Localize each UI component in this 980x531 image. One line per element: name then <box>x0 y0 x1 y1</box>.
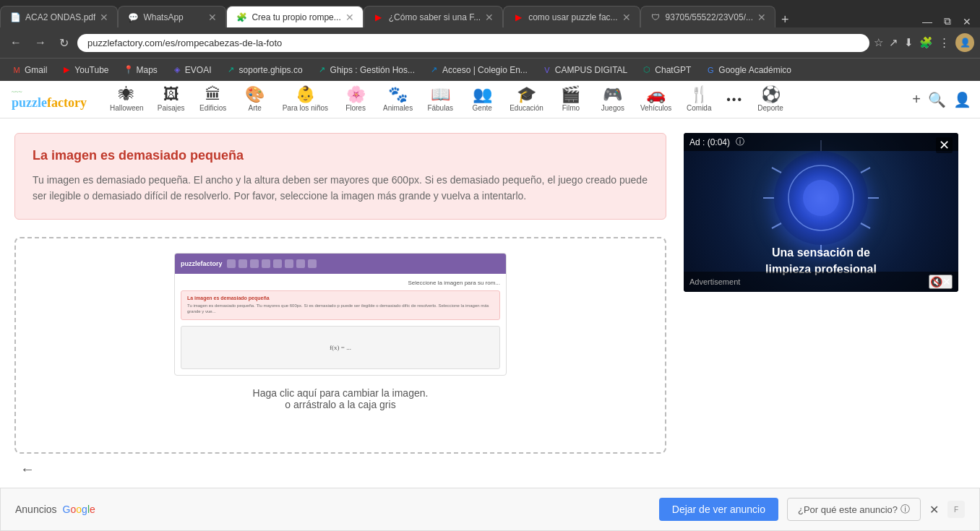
bookmark-chatgpt-label: ChatGPT <box>655 65 691 75</box>
juegos-icon: 🎮 <box>603 87 622 103</box>
tab-youtube2-close[interactable]: ✕ <box>622 12 631 23</box>
tab-bar: 📄 ACA2 ONDAS.pdf ✕ 💬 WhatsApp ✕ 🧩 Crea t… <box>0 0 980 27</box>
tab-pdf[interactable]: 📄 ACA2 ONDAS.pdf ✕ <box>0 6 118 27</box>
tab-youtube1-title: ¿Cómo saber si una F... <box>389 12 481 22</box>
drop-zone[interactable]: puzzlefactory <box>14 237 666 454</box>
restore-button[interactable]: ⧉ <box>941 15 954 27</box>
skip-ad-button[interactable]: Dejar de ver anuncio <box>659 498 778 521</box>
fabulas-label: Fábulas <box>427 104 453 112</box>
nav-flores[interactable]: 🌸 Flores <box>335 84 376 115</box>
ads-close-button[interactable]: ✕ <box>929 503 939 517</box>
back-arrow-button[interactable]: ← <box>14 458 40 480</box>
extensions-icon[interactable]: 🧩 <box>919 36 933 49</box>
google-academico-favicon: G <box>705 65 715 75</box>
preview-error-box: La imagen es demasiado pequeña Tu imagen… <box>181 290 500 320</box>
preview-logo: puzzlefactory <box>181 260 223 267</box>
site-logo-section[interactable]: ~~~ puzzlefactory <box>0 81 98 118</box>
svg-point-2 <box>803 180 839 216</box>
bookmark-google-academico-label: Google Académico <box>718 65 791 75</box>
logo-text-wrap: puzzlefactory <box>12 95 87 111</box>
ad-info-icon[interactable]: ⓘ <box>736 136 744 148</box>
bookmark-gmail-label: Gmail <box>25 65 47 75</box>
tab-phone-close[interactable]: ✕ <box>757 12 766 23</box>
tab-youtube2-favicon: ▶ <box>512 12 524 23</box>
why-ad-button[interactable]: ¿Por qué este anuncio? ⓘ <box>787 498 921 521</box>
nav-arte[interactable]: 🎨 Arte <box>235 84 275 115</box>
ad-bottom-bar: Advertisement 🔇✕ <box>684 272 958 292</box>
close-window-button[interactable]: ✕ <box>960 16 974 27</box>
tab-phone[interactable]: 🛡 93705/55522/23V05/... ✕ <box>640 6 775 27</box>
add-puzzle-button[interactable]: + <box>912 91 921 108</box>
nav-juegos[interactable]: 🎮 Juegos <box>593 84 633 115</box>
nav-comida[interactable]: 🍴 Comida <box>679 84 719 115</box>
refresh-button[interactable]: ↻ <box>55 33 73 53</box>
nav-paisajes[interactable]: 🖼 Paisajes <box>151 84 192 115</box>
ads-prefix: Anuncios <box>15 504 57 515</box>
forward-button[interactable]: → <box>30 33 51 52</box>
fabulas-icon: 📖 <box>431 87 450 103</box>
bookmark-evoai[interactable]: ◈ EVOAI <box>166 63 218 77</box>
nav-fabulas[interactable]: 📖 Fábulas <box>420 84 460 115</box>
ad-mute-button[interactable]: 🔇✕ <box>929 275 953 289</box>
preview-icon-4 <box>262 259 270 268</box>
freestar-icon: F <box>947 501 965 518</box>
tab-youtube1-close[interactable]: ✕ <box>485 12 494 23</box>
bookmark-maps[interactable]: 📍 Maps <box>118 63 163 77</box>
bookmark-acceso[interactable]: ↗ Acceso | Colegio En... <box>424 63 533 77</box>
nav-gente[interactable]: 👥 Gente <box>462 84 502 115</box>
ad-visual-svg <box>763 140 879 256</box>
tab-whatsapp-close[interactable]: ✕ <box>208 12 217 23</box>
nav-halloween[interactable]: 🕷 Halloween <box>104 84 150 115</box>
bookmark-ghips[interactable]: ↗ Ghips : Gestión Hos... <box>311 63 421 77</box>
nav-edificios[interactable]: 🏛 Edificios <box>193 84 233 115</box>
tab-youtube1[interactable]: ▶ ¿Cómo saber si una F... ✕ <box>364 6 503 27</box>
nav-animales[interactable]: 🐾 Animales <box>377 84 418 115</box>
edificios-label: Edificios <box>199 104 226 112</box>
bookmark-star-icon[interactable]: ☆ <box>874 36 883 49</box>
tab-pdf-close[interactable]: ✕ <box>100 12 108 23</box>
profile-avatar[interactable]: 👤 <box>955 33 974 52</box>
user-button[interactable]: 👤 <box>953 91 971 108</box>
vehiculos-label: Vehículos <box>640 104 671 112</box>
tab-pdf-favicon: 📄 <box>9 12 21 23</box>
nav-filmo[interactable]: 🎬 Filmo <box>551 84 591 115</box>
website: ~~~ puzzlefactory 🕷 Halloween 🖼 Paisajes… <box>0 81 980 531</box>
error-body: Tu imagen es demasiado pequeña. El ancho… <box>33 172 648 204</box>
preview-header: puzzlefactory <box>175 254 506 274</box>
preview-icon-6 <box>285 259 293 268</box>
bookmark-soporte[interactable]: ↗ soporte.ghips.co <box>220 63 309 77</box>
download-icon[interactable]: ⬇ <box>904 36 914 49</box>
educacion-label: Educación <box>510 104 543 112</box>
nav-ninos[interactable]: 👶 Para los niños <box>277 84 334 115</box>
bookmark-campus-label: CAMPUS DIGITAL <box>555 65 627 75</box>
nav-educacion[interactable]: 🎓 Educación <box>504 84 549 115</box>
tab-puzzle-create[interactable]: 🧩 Crea tu propio rompe... ✕ <box>226 6 363 27</box>
preview-icon-8 <box>308 259 317 268</box>
bookmark-youtube[interactable]: ▶ YouTube <box>56 63 114 77</box>
search-button[interactable]: 🔍 <box>928 91 946 108</box>
tab-youtube2[interactable]: ▶ como usar puzzle fac... ✕ <box>503 6 640 27</box>
minimize-button[interactable]: — <box>919 16 935 27</box>
google-logo-g: G <box>63 504 71 515</box>
ad-headline-line1: Una sensación de <box>765 245 877 261</box>
nav-more[interactable]: ••• <box>721 91 749 108</box>
more-icon[interactable]: ⋮ <box>939 36 950 49</box>
new-tab-button[interactable]: + <box>775 12 795 27</box>
bookmark-campus[interactable]: V CAMPUS DIGITAL <box>536 63 633 77</box>
share-icon[interactable]: ↗ <box>889 36 898 49</box>
svg-line-10 <box>772 168 781 173</box>
nav-deporte[interactable]: ⚽ Deporte <box>750 84 791 115</box>
nav-vehiculos[interactable]: 🚗 Vehículos <box>635 84 677 115</box>
google-ads-banner: Anuncios Google Dejar de ver anuncio ¿Po… <box>0 488 980 531</box>
tab-whatsapp[interactable]: 💬 WhatsApp ✕ <box>118 6 226 27</box>
bookmark-chatgpt[interactable]: ⬡ ChatGPT <box>636 63 697 77</box>
tab-puzzle-close[interactable]: ✕ <box>345 12 354 23</box>
ad-close-button[interactable]: ✕ <box>936 137 953 153</box>
bookmark-gmail[interactable]: M Gmail <box>6 63 53 77</box>
back-button[interactable]: ← <box>6 33 26 52</box>
preview-icon-3 <box>250 259 259 268</box>
bookmark-google-academico[interactable]: G Google Académico <box>700 63 797 77</box>
address-input[interactable] <box>77 34 869 52</box>
preview-formula-box: f(x) = ... <box>181 326 500 369</box>
arte-label: Arte <box>249 104 262 112</box>
